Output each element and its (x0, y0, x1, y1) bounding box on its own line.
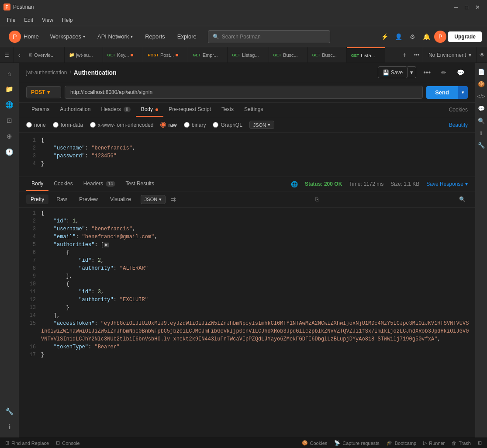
send-button[interactable]: Send (426, 86, 458, 99)
resp-view-visualize[interactable]: Visualize (106, 194, 135, 204)
more-tabs-button[interactable]: ••• (411, 47, 423, 63)
close-button[interactable]: ✕ (472, 3, 484, 11)
sync-icon[interactable]: 👤 (392, 31, 404, 43)
tab-get-empr[interactable]: GET Empr... ✕ (188, 47, 228, 63)
menu-file[interactable]: File (3, 16, 19, 24)
workspaces-nav[interactable]: Workspaces ▾ (46, 31, 90, 42)
comment-button[interactable]: 💬 (453, 67, 468, 78)
runner-button[interactable]: ▷ Runner (423, 440, 445, 446)
find-replace-button[interactable]: ⊞ Find and Replace (5, 440, 49, 446)
copy-response-button[interactable]: ⎘ (311, 194, 322, 205)
resp-view-preview[interactable]: Preview (75, 194, 102, 204)
radio-urlencoded-input[interactable] (90, 122, 96, 128)
radio-urlencoded[interactable]: x-www-form-urlencoded (90, 122, 153, 128)
response-format-selector[interactable]: JSON ▾ (141, 195, 166, 204)
radio-form-data-input[interactable] (53, 122, 59, 128)
sidebar-icon-collections[interactable]: 📁 (3, 82, 17, 96)
reports-nav[interactable]: Reports (141, 31, 169, 42)
right-icon-search[interactable]: 🔍 (476, 115, 487, 126)
search-bar[interactable]: 🔍 Search Postman (208, 30, 330, 43)
radio-graphql[interactable]: GraphQL (213, 122, 242, 128)
resp-tab-body[interactable]: Body (26, 177, 48, 191)
home-button[interactable]: P Home (5, 29, 42, 45)
avatar[interactable]: P (434, 31, 446, 43)
right-icon-info[interactable]: ℹ (476, 128, 487, 138)
sidebar-icon-mock[interactable]: ⊡ (3, 114, 17, 128)
tab-nav-back[interactable]: ‹ (14, 47, 24, 63)
sidebar-icon-history[interactable]: 🕐 (3, 145, 17, 159)
tab-settings[interactable]: Settings (239, 103, 268, 117)
search-response-button[interactable]: 🔍 (457, 194, 468, 205)
sidebar-icon-tools[interactable]: 🔧 (3, 404, 17, 418)
send-dropdown-button[interactable]: ▾ (458, 86, 468, 99)
filter-icon-btn[interactable]: ⇉ (171, 196, 176, 203)
settings-icon[interactable]: ⚙ (406, 31, 418, 43)
resp-tab-test-results[interactable]: Test Results (121, 177, 159, 191)
radio-graphql-input[interactable] (213, 122, 218, 128)
radio-raw-input[interactable] (160, 122, 166, 128)
tab-headers[interactable]: Headers 8 (96, 103, 135, 117)
notification-icon[interactable]: 🔔 (420, 31, 432, 43)
right-icon-code[interactable]: </> (476, 91, 487, 101)
cookies-button[interactable]: Cookies (449, 107, 468, 113)
tab-pre-request[interactable]: Pre-request Script (163, 103, 216, 117)
menu-edit[interactable]: Edit (21, 16, 37, 24)
tab-body[interactable]: Body (136, 103, 164, 117)
capture-requests-button[interactable]: 📡 Capture requests (334, 440, 379, 446)
resp-view-raw[interactable]: Raw (52, 194, 71, 204)
environment-selector[interactable]: No Environment ▾ (423, 47, 477, 63)
tab-authorization[interactable]: Authorization (55, 103, 96, 117)
body-format-selector[interactable]: JSON ▾ (249, 121, 274, 129)
sidebar-toggle[interactable]: ☰ (0, 47, 14, 63)
tab-params[interactable]: Params (26, 103, 55, 117)
maximize-button[interactable]: □ (461, 3, 472, 11)
beautify-button[interactable]: Beautify (449, 122, 468, 128)
sidebar-icon-environments[interactable]: 🌐 (3, 98, 17, 112)
environment-eye-button[interactable]: 👁 (477, 47, 487, 63)
layout-button[interactable]: ⊞ (478, 440, 482, 446)
minimize-button[interactable]: ─ (450, 3, 461, 11)
right-icon-api[interactable]: 📄 (476, 66, 487, 77)
tab-get-busc1[interactable]: GET Busc... ✕ (269, 47, 308, 63)
tab-get-lista[interactable]: GET Lista... ✕ (347, 47, 385, 63)
tab-post[interactable]: POST Post... ✕ (143, 47, 188, 63)
window-controls[interactable]: ─ □ ✕ (450, 3, 484, 11)
tab-overview[interactable]: ⊞ Overvie... ✕ (24, 47, 65, 63)
url-input[interactable] (65, 86, 423, 99)
tab-jwt[interactable]: 📁 jwt-au... ✕ (65, 47, 103, 63)
save-response-button[interactable]: Save Response ▾ (426, 181, 468, 187)
radio-binary-input[interactable] (184, 122, 190, 128)
resp-tab-cookies[interactable]: Cookies (48, 177, 78, 191)
method-selector[interactable]: POST ▾ (26, 86, 61, 98)
tab-get-busc2[interactable]: GET Busc... ✕ (308, 47, 347, 63)
upgrade-button[interactable]: Upgrade (448, 31, 482, 42)
radio-none[interactable]: none (26, 122, 46, 128)
right-icon-cookie[interactable]: 🍪 (476, 79, 487, 89)
request-body-editor[interactable]: 1 { 2 "username": "benefrancis", 3 "pass… (19, 133, 475, 177)
more-button[interactable]: ••• (420, 67, 434, 78)
menu-help[interactable]: Help (59, 16, 76, 24)
bootcamp-button[interactable]: 🎓 Bootcamp (387, 440, 417, 446)
radio-none-input[interactable] (26, 122, 32, 128)
explore-nav[interactable]: Explore (173, 31, 201, 42)
resp-tab-headers[interactable]: Headers 14 (78, 177, 121, 191)
menu-view[interactable]: View (38, 16, 57, 24)
response-body[interactable]: 1 { 2 "id": 1, 3 "username": "benefranci… (19, 208, 475, 438)
radio-form-data[interactable]: form-data (53, 122, 83, 128)
cookies-status-button[interactable]: 🍪 Cookies (302, 440, 328, 446)
tab-get-key[interactable]: GET Key... ✕ (103, 47, 144, 63)
console-button[interactable]: ⊡ Console (56, 440, 79, 446)
runner-icon[interactable]: ⚡ (378, 31, 390, 43)
api-network-nav[interactable]: API Network ▾ (93, 31, 137, 42)
radio-raw[interactable]: raw (160, 122, 176, 128)
add-tab-button[interactable]: + (398, 47, 411, 63)
right-icon-settings[interactable]: 🔧 (476, 140, 487, 150)
resp-view-pretty[interactable]: Pretty (26, 194, 48, 204)
edit-button[interactable]: ✏ (438, 67, 450, 78)
tab-tests[interactable]: Tests (216, 103, 239, 117)
sidebar-icon-home[interactable]: ⌂ (3, 66, 17, 80)
sidebar-icon-monitor[interactable]: ⊕ (3, 129, 17, 143)
right-icon-comment[interactable]: 💬 (476, 103, 487, 114)
trash-button[interactable]: 🗑 Trash (452, 441, 471, 446)
sidebar-icon-info[interactable]: ℹ (3, 420, 17, 434)
